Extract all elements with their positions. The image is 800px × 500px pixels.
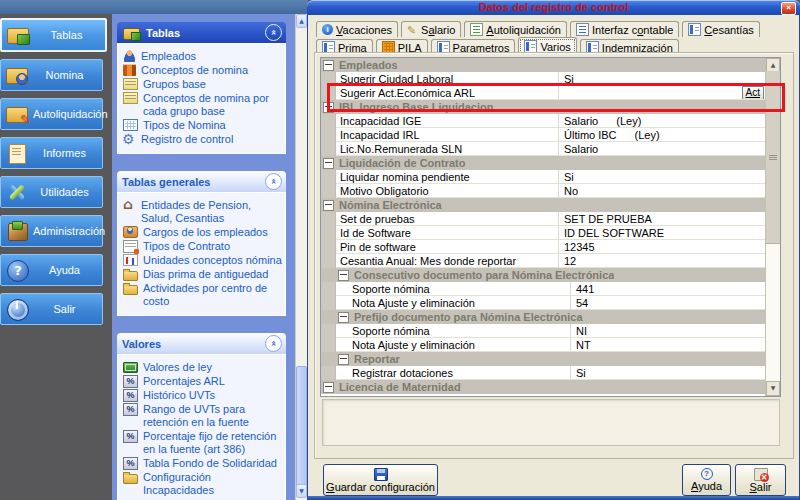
collapse-chevron-icon[interactable]: « xyxy=(265,173,282,190)
collapse-chevron-icon[interactable]: « xyxy=(265,335,282,352)
panel-link-conceptos-de-nomina-por-cada-grupo-base[interactable]: Conceptos de nomina por cada grupo base xyxy=(123,92,283,118)
grid-section-nomina-electronica[interactable]: Nómina Electrónica xyxy=(321,198,766,212)
panel-link-valores-de-ley[interactable]: Valores de ley xyxy=(123,361,283,374)
property-value[interactable]: SET DE PRUEBA xyxy=(559,212,766,226)
grid-row-sugerir-act-economica-arl[interactable]: Sugerir Act.Económica ARLAct xyxy=(321,86,766,100)
panel-link-rango-de-uvts-para-retencion-en-la-fuente[interactable]: Rango de UVTs para retención en la fuent… xyxy=(123,403,283,429)
property-value[interactable]: Si xyxy=(571,366,766,380)
tab-vacaciones[interactable]: Vacaciones xyxy=(316,21,398,37)
grid-row-nota-ajuste-y-eliminacion[interactable]: Nota Ajuste y eliminaciónNT xyxy=(321,338,766,352)
collapse-minus-icon[interactable] xyxy=(338,354,349,365)
exit-button[interactable]: Salir xyxy=(735,464,786,496)
sidebar-button-ayuda[interactable]: Ayuda xyxy=(0,254,103,286)
panel-link-grupos-base[interactable]: Grupos base xyxy=(123,78,283,91)
scroll-thumb[interactable] xyxy=(766,71,780,244)
panel-link-porcentaje-fijo-de-retencion-en-la-fuente-art-386[interactable]: Porcentaje fijo de retención en la fuent… xyxy=(123,430,283,456)
panel-link-conceptos-de-nomina[interactable]: Conceptos de nomina xyxy=(123,64,283,77)
act-button[interactable]: Act xyxy=(742,86,764,100)
scroll-up-icon[interactable] xyxy=(296,14,307,28)
grid-row-motivo-obligatorio[interactable]: Motivo ObligatorioNo xyxy=(321,184,766,198)
grid-row-nota-ajuste-y-eliminacion[interactable]: Nota Ajuste y eliminación54 xyxy=(321,296,766,310)
grid-section-empleados[interactable]: Empleados xyxy=(321,58,766,72)
property-value[interactable]: NT xyxy=(571,338,766,352)
panel-link-tipos-de-nomina[interactable]: Tipos de Nomina xyxy=(123,119,283,132)
close-icon[interactable]: × xyxy=(781,2,796,15)
collapse-minus-icon[interactable] xyxy=(338,270,349,281)
grid-row-incapacidad-ige[interactable]: Incapacidad IGESalario(Ley) xyxy=(321,114,766,128)
grid-row-cesantia-anual-mes-donde-reportar[interactable]: Cesantia Anual: Mes donde reportar12 xyxy=(321,254,766,268)
panel-link-registro-de-control[interactable]: Registro de control xyxy=(123,133,283,146)
collapse-minus-icon[interactable] xyxy=(323,60,334,71)
property-value[interactable]: 54 xyxy=(571,296,766,310)
scroll-down-icon[interactable] xyxy=(296,484,307,498)
panel-scrollbar[interactable] xyxy=(295,14,307,500)
property-value[interactable]: 12 xyxy=(559,254,766,268)
collapse-minus-icon[interactable] xyxy=(323,382,334,393)
collapse-minus-icon[interactable] xyxy=(323,200,334,211)
sidebar-button-salir[interactable]: Salir xyxy=(0,293,103,325)
property-value[interactable]: Si xyxy=(559,170,766,184)
panel-section-header[interactable]: Tablas« xyxy=(117,22,286,43)
sidebar-button-utilidades[interactable]: Utilidades xyxy=(0,176,103,208)
property-value[interactable]: Act xyxy=(559,86,766,100)
sidebar-button-tablas[interactable]: Tablas xyxy=(0,18,107,52)
panel-link-dias-prima-de-antiguedad[interactable]: Dias prima de antiguedad xyxy=(123,268,283,281)
grid-row-lic-no-remunerada-sln[interactable]: Lic.No.Remunerada SLNSalario xyxy=(321,142,766,156)
help-button[interactable]: Ayuda xyxy=(682,464,731,496)
grid-scrollbar[interactable] xyxy=(765,58,780,396)
sidebar-button-informes[interactable]: Informes xyxy=(0,137,103,169)
tab-salario[interactable]: Salario xyxy=(401,21,461,37)
collapse-minus-icon[interactable] xyxy=(338,312,349,323)
panel-link-porcentajes-arl[interactable]: Porcentajes ARL xyxy=(123,375,283,388)
panel-link-configuracion-incapacidades[interactable]: Configuración Incapacidades xyxy=(123,471,283,497)
property-value[interactable]: Salario(Ley) xyxy=(559,114,766,128)
collapse-minus-icon[interactable] xyxy=(323,158,334,169)
panel-link-cargos-de-los-empleados[interactable]: Cargos de los empleados xyxy=(123,226,283,239)
collapse-chevron-icon[interactable]: « xyxy=(265,24,282,41)
property-value[interactable]: Último IBC(Ley) xyxy=(559,128,766,142)
grid-section-prefijo-documento-para-nomina-electronica[interactable]: Prefijo documento para Nómina Electrónic… xyxy=(321,310,766,324)
panel-section-header[interactable]: Tablas generales« xyxy=(117,171,286,192)
grid-row-soporte-nomina[interactable]: Soporte nómina441 xyxy=(321,282,766,296)
collapse-minus-icon[interactable] xyxy=(323,102,334,113)
grid-row-id-de-software[interactable]: Id de SoftwareID DEL SOFTWARE xyxy=(321,226,766,240)
grid-row-liquidar-nomina-pendiente[interactable]: Liquidar nomina pendienteSi xyxy=(321,170,766,184)
property-value[interactable]: Salario xyxy=(559,142,766,156)
save-config-button[interactable]: Guardar configuración xyxy=(323,464,438,496)
panel-section-header[interactable]: Valores« xyxy=(117,333,286,354)
scroll-thumb[interactable] xyxy=(296,366,307,486)
grid-row-set-de-pruebas[interactable]: Set de pruebasSET DE PRUEBA xyxy=(321,212,766,226)
grid-row-sugerir-ciudad-laboral[interactable]: Sugerir Ciudad LaboralSi xyxy=(321,72,766,86)
grid-section-liquidacion-de-contrato[interactable]: Liquidación de Contrato xyxy=(321,156,766,170)
grid-section-consecutivo-documento-para-nomina-electronica[interactable]: Consecutivo documento para Nómina Electr… xyxy=(321,268,766,282)
property-value[interactable]: ID DEL SOFTWARE xyxy=(559,226,766,240)
tab-interfaz-contable[interactable]: Interfaz contable xyxy=(570,21,679,37)
grid-section-licencia-de-maternidad[interactable]: Licencia de Maternidad xyxy=(321,380,766,394)
scroll-down-icon[interactable] xyxy=(766,381,780,396)
panel-link-tipos-de-contrato[interactable]: Tipos de Contrato xyxy=(123,240,283,253)
property-value[interactable]: No xyxy=(559,184,766,198)
tab-autoliquidacion[interactable]: Autoliquidación xyxy=(464,21,567,37)
sidebar-button-administracion[interactable]: Administración xyxy=(0,215,103,247)
panel-link-historico-uvts[interactable]: Histórico UVTs xyxy=(123,389,283,402)
grid-section-reportar[interactable]: Reportar xyxy=(321,352,766,366)
property-value[interactable]: 441 xyxy=(571,282,766,296)
panel-link-entidades-de-pension-salud-cesantias[interactable]: Entidades de Pension, Salud, Cesantias xyxy=(123,199,283,225)
panel-link-actividades-por-centro-de-costo[interactable]: Actividades por centro de costo xyxy=(123,282,283,308)
property-value[interactable]: Si xyxy=(559,72,766,86)
property-value[interactable]: 12345 xyxy=(559,240,766,254)
grid-row-pin-de-software[interactable]: Pin de software12345 xyxy=(321,240,766,254)
property-value[interactable]: NI xyxy=(571,324,766,338)
grid-row-registrar-dotaciones[interactable]: Registrar dotacionesSi xyxy=(321,366,766,380)
grid-row-soporte-nomina[interactable]: Soporte nóminaNI xyxy=(321,324,766,338)
tab-cesantias[interactable]: Cesantías xyxy=(682,21,760,37)
panel-link-empleados[interactable]: Empleados xyxy=(123,50,283,63)
property-label: Registrar dotaciones xyxy=(336,366,571,380)
panel-link-tabla-fondo-de-solidaridad[interactable]: Tabla Fondo de Solidaridad xyxy=(123,457,283,470)
grid-row-incapacidad-irl[interactable]: Incapacidad IRLÚltimo IBC(Ley) xyxy=(321,128,766,142)
grid-section-ibl-ingreso-base-liquidacion[interactable]: IBL Ingreso Base Liquidacion xyxy=(321,100,766,114)
sidebar-button-nomina[interactable]: Nomina xyxy=(0,59,103,91)
property-label: Cesantia Anual: Mes donde reportar xyxy=(336,254,559,268)
panel-link-unidades-conceptos-nomina[interactable]: Unidades conceptos nómina xyxy=(123,254,283,267)
sidebar-button-autoliquidacion[interactable]: Autoliquidación xyxy=(0,98,103,130)
